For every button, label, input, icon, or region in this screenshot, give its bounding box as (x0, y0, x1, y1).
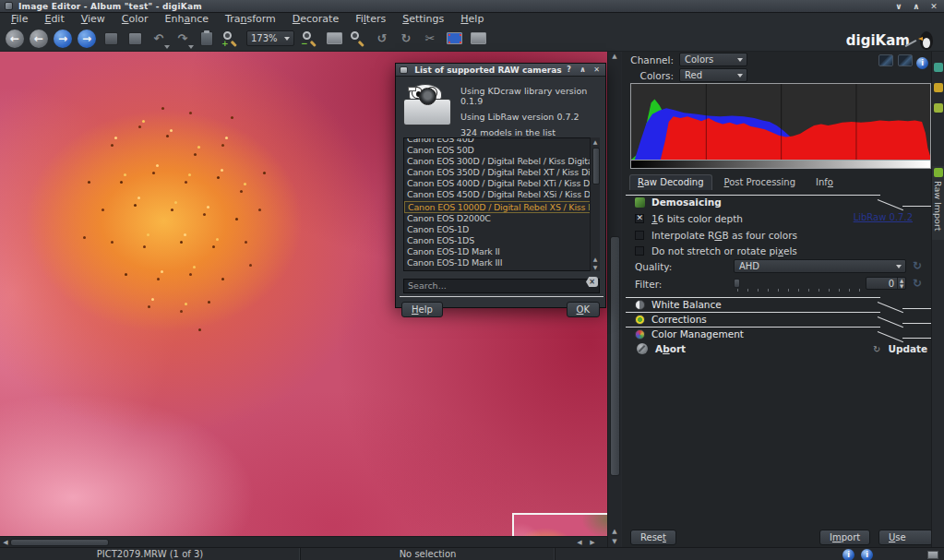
scroll-up-icon[interactable]: ▲ (608, 527, 621, 536)
zoom-select-icon[interactable] (348, 29, 368, 49)
checkbox-row[interactable]: Interpolate RGB as four colors (635, 229, 797, 242)
window-button-shade[interactable]: ∨ (894, 2, 903, 11)
sidebar-tab-icon-3[interactable] (934, 103, 943, 113)
camera-list-item[interactable]: Canon EOS 450D / Digital Rebel XSi / Kis… (404, 189, 599, 200)
zoom-combobox[interactable]: 173% (246, 30, 294, 46)
window-button-close[interactable]: ✕ (929, 2, 938, 11)
rotate-right-icon[interactable]: ↻ (396, 29, 416, 49)
status-resize-icon[interactable] (927, 551, 938, 559)
section-corrections[interactable]: Corrections (622, 312, 931, 326)
tab-post-processing[interactable]: Post Processing (716, 174, 805, 190)
vertical-scroll-thumb[interactable] (610, 236, 620, 476)
scroll-up-icon[interactable]: ▲ (591, 255, 600, 263)
camera-list-item[interactable]: Canon EOS 350D / Digital Rebel XT / Kiss… (404, 167, 599, 178)
section-white-balance[interactable]: White Balance (622, 297, 931, 311)
menu-enhance[interactable]: Enhance (158, 13, 216, 26)
checkbox-unchecked-icon[interactable] (635, 231, 644, 240)
dialog-button-help[interactable]: ? (565, 66, 573, 74)
update-button[interactable]: ↻ Update (873, 343, 927, 354)
tab-raw-decoding[interactable]: Raw Decoding (629, 174, 712, 190)
camera-list-item[interactable]: Canon EOS 400D / Digital Rebel XTi / Kis… (404, 178, 599, 189)
pan-overview-thumbnail[interactable] (512, 513, 607, 536)
dialog-button-close[interactable]: ✕ (592, 66, 601, 74)
slideshow-icon[interactable] (444, 29, 464, 49)
canvas-vertical-scrollbar[interactable]: ▲ ▲ ▼ (607, 52, 621, 547)
use-default-button[interactable]: Use Default (878, 530, 933, 545)
dialog-titlebar[interactable]: List of supported RAW cameras ?∧✕ (396, 64, 605, 77)
spin-down-icon[interactable]: ▼ (898, 283, 905, 289)
camera-list-item[interactable]: Canon EOS-1DS (404, 235, 599, 246)
filter-reset-icon[interactable]: ↻ (913, 278, 922, 289)
scroll-up-icon[interactable]: ▲ (608, 52, 621, 61)
horizontal-scroll-thumb[interactable] (10, 539, 109, 546)
menu-file[interactable]: File (4, 13, 35, 26)
status-info-icon[interactable]: i (861, 549, 873, 560)
camera-list-item[interactable]: Canon EOS D2000C (404, 213, 599, 224)
sidebar-tab-icon-2[interactable] (934, 83, 943, 92)
tab-info[interactable]: Info (807, 174, 842, 190)
full-image-icon[interactable]: i (916, 57, 928, 69)
histogram-linear-scale-icon[interactable] (878, 54, 893, 66)
fullscreen-icon[interactable] (468, 29, 488, 49)
checkbox-row[interactable]: Do not stretch or rotate pixels (635, 244, 797, 257)
list-scroll-thumb[interactable] (592, 148, 600, 185)
help-button[interactable]: Help (401, 302, 443, 317)
ok-button[interactable]: OK (567, 302, 600, 317)
quality-combobox[interactable]: AHD (734, 259, 906, 273)
checkbox-checked-icon[interactable] (635, 214, 644, 223)
menu-decorate[interactable]: Decorate (285, 13, 346, 26)
camera-list-item[interactable]: Canon EOS 1000D / Digital Rebel XS / Kis… (404, 201, 599, 213)
canvas-horizontal-scrollbar[interactable]: ◀ ◀ ▶ (0, 536, 607, 547)
save-as-icon[interactable] (125, 29, 145, 49)
menu-edit[interactable]: Edit (37, 13, 71, 26)
menu-help[interactable]: Help (453, 13, 491, 26)
camera-list-item[interactable]: Canon EOS 300D / Digital Rebel / Kiss Di… (404, 156, 599, 167)
search-input[interactable] (403, 279, 600, 293)
scroll-down-icon[interactable]: ▼ (608, 537, 621, 546)
zoom-in-icon[interactable]: + (221, 29, 241, 49)
camera-list-item[interactable]: Canon EOS-1D Mark II (404, 246, 599, 257)
scroll-up-icon[interactable]: ▲ (591, 137, 600, 146)
crop-icon[interactable]: ✂ (420, 29, 440, 49)
reset-button[interactable]: Reset (630, 530, 676, 545)
section-demosaicing[interactable]: Demosaicing (622, 195, 931, 209)
dialog-button-shade[interactable]: ∧ (579, 66, 587, 74)
camera-list-item[interactable]: Canon EOS 40D (404, 137, 599, 145)
sidebar-tab-icon-1[interactable] (934, 63, 943, 72)
next-image-icon[interactable]: → (54, 30, 72, 48)
redo-icon[interactable]: ↷ (173, 29, 193, 49)
menu-view[interactable]: View (74, 13, 113, 26)
filter-spinbox[interactable]: 0 ▲▼ (866, 277, 906, 290)
libraw-version-link[interactable]: LibRaw 0.7.2 (854, 212, 913, 222)
menu-color[interactable]: Color (114, 13, 156, 26)
abort-button[interactable]: Abort (637, 343, 686, 354)
paste-icon[interactable] (197, 29, 217, 49)
import-button[interactable]: Import (819, 530, 870, 545)
colors-combobox[interactable]: Red (679, 68, 747, 82)
rotate-left-icon[interactable]: ↺ (372, 29, 392, 49)
histogram-log-scale-icon[interactable] (898, 54, 913, 66)
menu-filters[interactable]: Filters (348, 13, 393, 26)
camera-list-scrollbar[interactable]: ▲ ▲ ▼ (590, 137, 600, 271)
zoom-out-icon[interactable]: − (300, 29, 320, 49)
sidebar-tab-raw-import[interactable]: Raw Import (932, 166, 944, 240)
checkbox-row[interactable]: 16 bits color depth (635, 212, 743, 225)
window-button-shade[interactable]: ∧ (912, 2, 921, 11)
scroll-down-icon[interactable]: ▼ (591, 263, 600, 271)
last-image-icon[interactable]: → (78, 30, 96, 48)
camera-list-item[interactable]: Canon EOS 50D (404, 145, 599, 156)
save-icon[interactable] (101, 29, 121, 49)
camera-list-item[interactable]: Canon EOS-1D (404, 224, 599, 235)
section-color-management[interactable]: Color Management (622, 327, 931, 340)
quality-reset-icon[interactable]: ↻ (913, 260, 922, 271)
channel-combobox[interactable]: Colors (679, 53, 747, 66)
previous-image-icon[interactable]: ← (30, 30, 48, 48)
checkbox-unchecked-icon[interactable] (635, 246, 644, 256)
status-info-icon[interactable]: i (842, 549, 854, 560)
menu-transform[interactable]: Transform (218, 13, 283, 26)
first-image-icon[interactable]: ← (6, 30, 24, 48)
camera-list[interactable]: Canon EOS 40DCanon EOS 50DCanon EOS 300D… (403, 137, 600, 271)
slider-handle[interactable] (734, 279, 740, 288)
menu-settings[interactable]: Settings (395, 13, 451, 26)
filter-slider[interactable] (734, 279, 863, 290)
